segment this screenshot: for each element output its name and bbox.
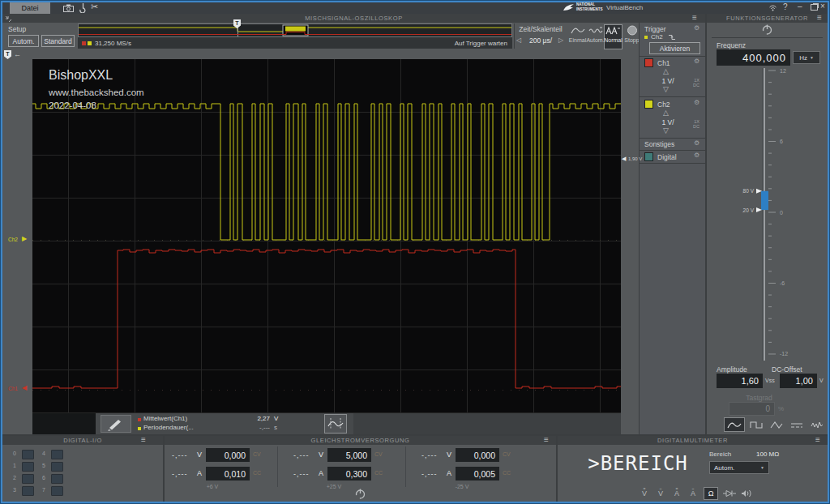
screenshot-camera-icon[interactable]	[63, 4, 74, 12]
dmm-diode-button[interactable]	[723, 489, 736, 498]
dmm-resistance-button[interactable]: Ω	[704, 487, 718, 500]
psu1-voltage-input[interactable]: 0,000	[206, 448, 250, 462]
scissors-icon[interactable]: ✂	[91, 2, 98, 11]
dio-pin1-indicator[interactable]	[22, 462, 34, 472]
frequency-unit-select[interactable]: Hz ▼	[793, 51, 820, 64]
section-divider	[640, 163, 705, 164]
dio-pin2-indicator[interactable]	[22, 474, 34, 484]
svg-text:0,20 V: 0,20 V	[742, 207, 755, 213]
oscilloscope-graticule[interactable]	[32, 59, 621, 413]
fgen-power-button[interactable]	[762, 24, 772, 35]
ni-logo-icon	[563, 3, 575, 12]
ch2-label[interactable]: Ch2	[657, 100, 670, 109]
ch2-scale-down-icon[interactable]: ▽	[663, 127, 669, 135]
dmm-aac-button[interactable]: ~A	[687, 489, 699, 498]
dio-pin7-indicator[interactable]	[51, 486, 63, 496]
trigger-source-color-dot	[644, 36, 648, 39]
dmm-vdc-button[interactable]: =V	[639, 489, 650, 498]
dio-pin5-indicator[interactable]	[51, 462, 63, 472]
square-wave-icon	[750, 421, 763, 429]
pan-left-arrow-icon[interactable]: ←	[14, 50, 21, 58]
ch1-label[interactable]: Ch1	[657, 59, 670, 67]
fgen-menu-icon[interactable]: ≡	[817, 15, 822, 21]
ch1-scale[interactable]: 1 V/	[653, 77, 682, 85]
ch2-gear-icon[interactable]: ⚙	[694, 100, 700, 106]
psu-menu-icon[interactable]: ≡	[544, 437, 549, 443]
psu-power-button[interactable]	[355, 489, 366, 499]
sonstiges-label[interactable]: Sonstiges	[644, 140, 674, 148]
psu1-v-readback: -,---	[172, 451, 188, 459]
acquisition-preview[interactable]	[78, 23, 512, 37]
ch1-gear-icon[interactable]: ⚙	[694, 58, 700, 65]
minimize-button[interactable]: –	[798, 2, 802, 11]
ch1-zero-marker-icon[interactable]: ◀︎	[22, 384, 27, 391]
ch1-scale-down-icon[interactable]: ▽	[663, 86, 669, 93]
digital-swatch[interactable]	[644, 152, 653, 161]
acquire-auto-button[interactable]: Autom.	[587, 25, 604, 49]
help-button[interactable]: ?	[783, 3, 788, 11]
trigger-gear-icon[interactable]: ⚙	[694, 25, 700, 32]
ni-brand-text: NATIONALINSTRUMENTS	[576, 2, 603, 11]
trigger-level-marker-icon[interactable]: ◀	[622, 156, 626, 162]
ch2-zero-marker-icon[interactable]: ▶	[22, 235, 27, 242]
auto-wave-icon	[588, 25, 603, 36]
close-button[interactable]: ×	[820, 2, 825, 11]
dio-pin6-indicator[interactable]	[51, 474, 63, 484]
edit-measurements-button[interactable]	[101, 415, 131, 433]
chevron-down-icon: ▼	[760, 465, 764, 470]
trigger-level-value: 1,90 V	[628, 156, 642, 161]
frequency-input[interactable]: 400,000	[717, 49, 790, 66]
psu2-voltage-input[interactable]: 5,000	[327, 448, 371, 462]
acquire-normal-button[interactable]: Normal	[604, 24, 622, 49]
waveform-square-button[interactable]	[747, 417, 766, 432]
detach-panel-icon[interactable]	[5, 15, 12, 23]
dmm-adc-button[interactable]: =A	[671, 489, 682, 498]
trigger-source[interactable]: Ch2	[651, 33, 663, 41]
fgen-level-slider[interactable]: -12-606121,80 V0,20 V	[742, 68, 827, 365]
timebase-decrease-icon[interactable]: ◁	[516, 36, 521, 44]
oscilloscope-menu-icon[interactable]: ≡	[692, 15, 697, 21]
setup-auto-button[interactable]: Autom.	[8, 35, 39, 47]
setup-standard-button[interactable]: Standard	[41, 35, 75, 47]
dio-pin3-indicator[interactable]	[22, 486, 34, 496]
psu1-current-input[interactable]: 0,010	[206, 467, 250, 481]
digital-gear-icon[interactable]: ⚙	[694, 152, 700, 159]
waveform-sine-button[interactable]	[724, 417, 745, 432]
ch1-swatch[interactable]	[644, 58, 653, 67]
dio-pin0-indicator[interactable]	[22, 450, 34, 459]
psu3-voltage-input[interactable]: 0,000	[456, 448, 499, 462]
timebase-increase-icon[interactable]: ▷	[558, 36, 563, 44]
dmm-range-select[interactable]: Autom. ▼	[709, 461, 769, 474]
digital-label[interactable]: Digital	[657, 153, 677, 161]
psu2-current-input[interactable]: 0,300	[327, 467, 371, 481]
dmm-menu-icon[interactable]: ≡	[815, 437, 820, 443]
meas2-name: Periodendauer(...	[143, 424, 194, 431]
file-menu[interactable]: Datei	[10, 2, 50, 14]
waveform-triangle-button[interactable]	[768, 417, 785, 432]
dmm-vac-button[interactable]: ~V	[655, 489, 666, 498]
ch2-scale[interactable]: 1 V/	[653, 118, 682, 126]
sonstiges-gear-icon[interactable]: ⚙	[694, 140, 700, 147]
dio-menu-icon[interactable]: ≡	[141, 437, 146, 443]
probe-hook-icon[interactable]	[79, 3, 87, 13]
toolbar-divider	[514, 23, 515, 49]
waveform-noise-button[interactable]	[808, 417, 826, 432]
dio-pin4-indicator[interactable]	[51, 450, 63, 459]
timebase-value[interactable]: 200 µs/	[524, 36, 558, 45]
restore-button[interactable]	[811, 4, 818, 11]
measurement-display-button[interactable]	[324, 414, 347, 434]
dmm-display: >BEREICH	[577, 452, 699, 475]
amplitude-input[interactable]: 1,60	[717, 374, 763, 388]
acquire-stop-button[interactable]: Stopp	[623, 25, 640, 49]
ch2-scale-up-icon[interactable]: △	[663, 109, 669, 117]
trigger-activate-button[interactable]: Aktivieren	[649, 42, 700, 54]
ch2-swatch[interactable]	[644, 100, 653, 109]
waveform-dc-button[interactable]	[787, 417, 806, 432]
dc-offset-input[interactable]: 1,00	[780, 374, 817, 388]
network-status-icon[interactable]	[768, 4, 777, 11]
dmm-continuity-button[interactable]	[741, 489, 752, 498]
ch1-scale-up-icon[interactable]: △	[663, 68, 669, 75]
trigger-status: Auf Trigger warten	[349, 40, 507, 47]
acquire-single-button[interactable]: Einmal	[569, 25, 586, 49]
psu3-current-input[interactable]: 0,005	[456, 467, 499, 481]
